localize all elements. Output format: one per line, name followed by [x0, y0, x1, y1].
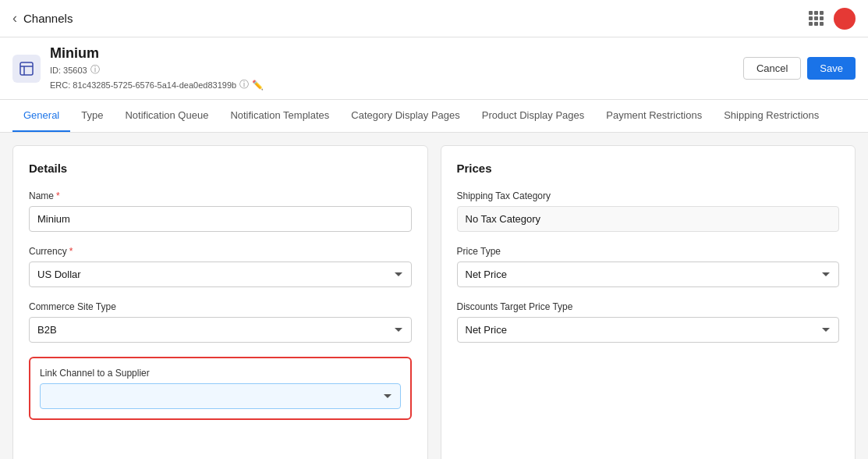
channel-header-right: Cancel Save: [743, 57, 856, 80]
tab-product-display-pages[interactable]: Product Display Pages: [471, 100, 596, 132]
tab-payment-restrictions[interactable]: Payment Restrictions: [595, 100, 713, 132]
tab-notification-queue[interactable]: Notification Queue: [114, 100, 219, 132]
commerce-site-type-label: Commerce Site Type: [29, 301, 412, 312]
copy-icon[interactable]: ⓘ: [239, 78, 249, 91]
name-input[interactable]: [29, 206, 412, 232]
channel-header: Minium ID: 35603 ⓘ ERC: 81c43285-5725-65…: [0, 37, 868, 100]
channel-icon: [12, 55, 41, 83]
name-required: *: [56, 190, 60, 201]
discounts-target-field-group: Discounts Target Price Type Net Price Gr…: [457, 301, 840, 343]
edit-icon[interactable]: ✏️: [252, 80, 264, 91]
tabs: General Type Notification Queue Notifica…: [0, 100, 868, 133]
shipping-tax-value: No Tax Category: [457, 206, 840, 232]
avatar[interactable]: [834, 8, 856, 30]
link-channel-select[interactable]: Supplier A Supplier B: [40, 383, 401, 409]
svg-rect-0: [20, 62, 33, 75]
currency-field-group: Currency * US Dollar Euro British Pound: [29, 246, 412, 287]
tab-general[interactable]: General: [12, 100, 70, 132]
save-button[interactable]: Save: [807, 57, 856, 80]
back-button[interactable]: ‹: [12, 10, 17, 27]
top-bar-left: ‹ Channels: [12, 10, 73, 27]
cancel-button[interactable]: Cancel: [743, 57, 801, 80]
channel-name: Minium: [50, 45, 264, 62]
tab-category-display-pages[interactable]: Category Display Pages: [340, 100, 470, 132]
discounts-target-label: Discounts Target Price Type: [457, 301, 840, 312]
top-bar-icons: [809, 8, 856, 30]
commerce-site-type-field-group: Commerce Site Type B2B B2C: [29, 301, 412, 343]
currency-label: Currency *: [29, 246, 412, 257]
channel-id: ID: 35603 ⓘ: [50, 63, 264, 76]
tab-type[interactable]: Type: [70, 100, 114, 132]
shipping-tax-field-group: Shipping Tax Category No Tax Category: [457, 190, 840, 232]
link-channel-label: Link Channel to a Supplier: [40, 368, 401, 379]
shipping-tax-label: Shipping Tax Category: [457, 190, 840, 201]
info-icon[interactable]: ⓘ: [90, 63, 100, 76]
price-type-field-group: Price Type Net Price Gross Price: [457, 246, 840, 287]
channel-erc: ERC: 81c43285-5725-6576-5a14-dea0ed83199…: [50, 78, 264, 91]
link-channel-field-group: Link Channel to a Supplier Supplier A Su…: [29, 357, 412, 420]
tab-notification-templates[interactable]: Notification Templates: [219, 100, 340, 132]
name-field-group: Name *: [29, 190, 412, 232]
price-type-label: Price Type: [457, 246, 840, 257]
price-type-select[interactable]: Net Price Gross Price: [457, 262, 840, 287]
grid-icon[interactable]: [809, 11, 824, 27]
name-label: Name *: [29, 190, 412, 201]
tab-shipping-restrictions[interactable]: Shipping Restrictions: [713, 100, 830, 132]
prices-panel: Prices Shipping Tax Category No Tax Cate…: [441, 145, 856, 459]
currency-select[interactable]: US Dollar Euro British Pound: [29, 262, 412, 287]
channel-meta: Minium ID: 35603 ⓘ ERC: 81c43285-5725-65…: [50, 45, 264, 91]
prices-title: Prices: [457, 162, 840, 175]
discounts-target-select[interactable]: Net Price Gross Price: [457, 317, 840, 343]
channel-header-left: Minium ID: 35603 ⓘ ERC: 81c43285-5725-65…: [12, 45, 264, 91]
details-title: Details: [29, 162, 412, 175]
commerce-site-type-select[interactable]: B2B B2C: [29, 317, 412, 343]
top-bar-title: Channels: [23, 12, 73, 25]
details-panel: Details Name * Currency * US Dollar Euro…: [12, 145, 428, 459]
main-content: Details Name * Currency * US Dollar Euro…: [0, 133, 868, 459]
currency-required: *: [69, 246, 73, 257]
top-bar: ‹ Channels: [0, 0, 868, 37]
